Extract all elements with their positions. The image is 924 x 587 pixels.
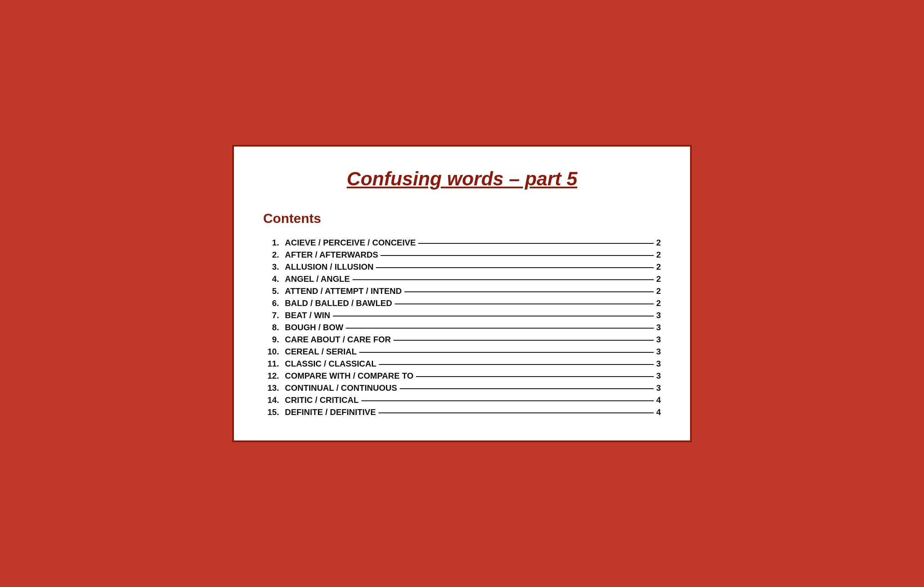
list-item: 10. CEREAL / SERIAL 3 <box>263 347 661 357</box>
toc-number: 14. <box>263 395 285 405</box>
toc-page: 2 <box>656 250 661 260</box>
toc-text: CEREAL / SERIAL 3 <box>285 347 661 357</box>
toc-text: COMPARE WITH / COMPARE TO 3 <box>285 371 661 381</box>
toc-number: 15. <box>263 407 285 417</box>
toc-label: CEREAL / SERIAL <box>285 347 357 357</box>
toc-list: 1. ACIEVE / PERCEIVE / CONCEIVE 2 2. AFT… <box>263 238 661 417</box>
toc-text: DEFINITE / DEFINITIVE 4 <box>285 407 661 417</box>
toc-page: 3 <box>656 383 661 393</box>
toc-label: ATTEND / ATTEMPT / INTEND <box>285 286 402 296</box>
page-title: Confusing words – part 5 <box>263 167 661 190</box>
toc-text: CLASSIC / CLASSICAL 3 <box>285 359 661 369</box>
toc-text: BOUGH / BOW 3 <box>285 323 661 332</box>
toc-text: ACIEVE / PERCEIVE / CONCEIVE 2 <box>285 238 661 248</box>
toc-dots <box>381 255 654 256</box>
toc-label: AFTER / AFTERWARDS <box>285 250 378 260</box>
toc-number: 13. <box>263 383 285 393</box>
list-item: 1. ACIEVE / PERCEIVE / CONCEIVE 2 <box>263 238 661 248</box>
toc-number: 7. <box>263 311 285 320</box>
toc-label: CLASSIC / CLASSICAL <box>285 359 376 369</box>
toc-page: 2 <box>656 299 661 308</box>
toc-text: CONTINUAL / CONTINUOUS 3 <box>285 383 661 393</box>
toc-dots <box>404 291 654 292</box>
toc-text: BALD / BALLED / BAWLED 2 <box>285 299 661 308</box>
toc-dots <box>359 352 654 353</box>
list-item: 14. CRITIC / CRITICAL 4 <box>263 395 661 405</box>
list-item: 4. ANGEL / ANGLE 2 <box>263 274 661 284</box>
toc-text: ALLUSION / ILLUSION 2 <box>285 262 661 272</box>
list-item: 9. CARE ABOUT / CARE FOR 3 <box>263 335 661 344</box>
toc-dots <box>333 316 654 316</box>
list-item: 7. BEAT / WIN 3 <box>263 311 661 320</box>
toc-page: 4 <box>656 395 661 405</box>
toc-dots <box>416 376 654 377</box>
toc-number: 11. <box>263 359 285 369</box>
toc-page: 3 <box>656 323 661 332</box>
list-item: 5. ATTEND / ATTEMPT / INTEND 2 <box>263 286 661 296</box>
toc-page: 3 <box>656 347 661 357</box>
toc-dots <box>378 412 654 413</box>
toc-text: ANGEL / ANGLE 2 <box>285 274 661 284</box>
list-item: 12. COMPARE WITH / COMPARE TO 3 <box>263 371 661 381</box>
toc-number: 3. <box>263 262 285 272</box>
toc-label: ACIEVE / PERCEIVE / CONCEIVE <box>285 238 416 248</box>
page-container: Confusing words – part 5 Contents 1. ACI… <box>232 145 692 442</box>
toc-label: CRITIC / CRITICAL <box>285 395 359 405</box>
toc-page: 3 <box>656 371 661 381</box>
toc-label: ANGEL / ANGLE <box>285 274 350 284</box>
toc-page: 2 <box>656 262 661 272</box>
toc-dots <box>393 340 654 341</box>
toc-label: DEFINITE / DEFINITIVE <box>285 407 376 417</box>
list-item: 3. ALLUSION / ILLUSION 2 <box>263 262 661 272</box>
toc-number: 8. <box>263 323 285 332</box>
toc-number: 2. <box>263 250 285 260</box>
toc-label: BEAT / WIN <box>285 311 330 320</box>
toc-dots <box>395 304 654 304</box>
toc-label: CONTINUAL / CONTINUOUS <box>285 383 397 393</box>
toc-number: 5. <box>263 286 285 296</box>
toc-page: 2 <box>656 274 661 284</box>
toc-dots <box>353 279 654 280</box>
list-item: 8. BOUGH / BOW 3 <box>263 323 661 332</box>
toc-number: 1. <box>263 238 285 248</box>
toc-label: BOUGH / BOW <box>285 323 343 332</box>
toc-number: 6. <box>263 299 285 308</box>
toc-dots <box>376 267 654 268</box>
toc-text: CRITIC / CRITICAL 4 <box>285 395 661 405</box>
toc-label: BALD / BALLED / BAWLED <box>285 299 392 308</box>
toc-dots <box>361 400 654 401</box>
toc-dots <box>379 364 654 365</box>
toc-page: 2 <box>656 286 661 296</box>
toc-label: CARE ABOUT / CARE FOR <box>285 335 391 344</box>
toc-label: ALLUSION / ILLUSION <box>285 262 373 272</box>
list-item: 2. AFTER / AFTERWARDS 2 <box>263 250 661 260</box>
contents-heading: Contents <box>263 211 661 226</box>
toc-number: 4. <box>263 274 285 284</box>
toc-number: 9. <box>263 335 285 344</box>
list-item: 11. CLASSIC / CLASSICAL 3 <box>263 359 661 369</box>
toc-text: AFTER / AFTERWARDS 2 <box>285 250 661 260</box>
toc-label: COMPARE WITH / COMPARE TO <box>285 371 414 381</box>
toc-text: BEAT / WIN 3 <box>285 311 661 320</box>
toc-number: 10. <box>263 347 285 357</box>
toc-page: 4 <box>656 407 661 417</box>
toc-page: 3 <box>656 311 661 320</box>
toc-page: 3 <box>656 359 661 369</box>
toc-text: ATTEND / ATTEMPT / INTEND 2 <box>285 286 661 296</box>
toc-dots <box>418 243 653 244</box>
list-item: 6. BALD / BALLED / BAWLED 2 <box>263 299 661 308</box>
list-item: 15. DEFINITE / DEFINITIVE 4 <box>263 407 661 417</box>
toc-number: 12. <box>263 371 285 381</box>
list-item: 13. CONTINUAL / CONTINUOUS 3 <box>263 383 661 393</box>
toc-page: 3 <box>656 335 661 344</box>
toc-dots <box>400 388 654 389</box>
toc-page: 2 <box>656 238 661 248</box>
toc-dots <box>346 328 654 329</box>
toc-text: CARE ABOUT / CARE FOR 3 <box>285 335 661 344</box>
